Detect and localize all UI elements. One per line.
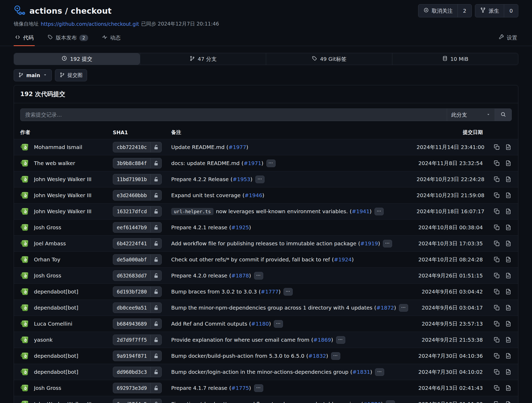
commit-pr-link[interactable]: #1925 [231,224,249,231]
commit-pr-link[interactable]: #1872 [376,305,394,311]
copy-sha-button[interactable] [493,288,500,295]
view-file-at-commit-button[interactable] [505,401,512,403]
commit-author[interactable]: John Wesley Walker III [34,401,92,403]
view-file-at-commit-button[interactable] [505,304,512,311]
commit-author[interactable]: dependabot[bot] [34,353,78,359]
commit-pr-link[interactable]: #1941 [352,208,370,215]
copy-sha-button[interactable] [493,240,500,247]
commit-sha-chip[interactable]: 692973e3d9 [113,383,162,393]
avatar[interactable] [20,303,30,312]
commit-more-button[interactable]: ··· [399,304,408,312]
view-file-at-commit-button[interactable] [505,369,512,375]
commit-more-button[interactable]: ··· [374,208,384,215]
view-file-at-commit-button[interactable] [505,272,512,279]
commit-author[interactable]: dependabot[bot] [34,369,78,375]
tab-code[interactable]: 代码 [14,32,35,46]
commit-author[interactable]: Josh Gross [34,224,61,231]
commit-message[interactable]: Add Ref and Commit outputs [171,321,247,327]
commit-search-input[interactable] [21,109,447,121]
commit-sha-chip[interactable]: 163217dfcd [113,206,162,217]
commit-sha-chip[interactable]: 11bd71901b [113,174,162,185]
commit-more-button[interactable]: ··· [274,320,283,328]
commit-sha-chip[interactable]: 6b42224f41 [113,238,162,249]
copy-sha-button[interactable] [493,320,500,327]
commit-more-button[interactable]: ··· [375,368,384,376]
commit-pr-link[interactable]: #1946 [245,192,262,198]
tab-settings[interactable]: 设置 [497,32,518,46]
fork-button[interactable]: 派生 0 [475,4,518,17]
avatar[interactable] [20,191,30,200]
commit-message[interactable]: Prepare 4.2.0 release [171,272,227,279]
commit-sha-chip[interactable]: 6ccd57f4c5 [113,399,162,403]
avatar[interactable] [20,143,30,152]
view-file-at-commit-button[interactable] [505,224,512,231]
commit-pr-link[interactable]: #1777 [261,288,278,295]
commit-message[interactable]: Pin actions/checkout's own workflows to … [171,401,359,403]
avatar[interactable] [20,271,30,280]
view-file-at-commit-button[interactable] [505,320,512,327]
commit-pr-link[interactable]: #1869 [313,337,331,343]
commit-author[interactable]: John Wesley Walker III [34,192,92,198]
tab-releases[interactable]: 版本发布 2 [46,32,89,46]
view-file-at-commit-button[interactable] [505,192,512,199]
stat-commits[interactable]: 192 提交 [14,53,140,65]
commit-more-button[interactable]: ··· [255,176,265,183]
commit-pr-link[interactable]: #1832 [308,353,326,359]
commit-author[interactable]: dependabot[bot] [34,288,78,295]
stat-branches[interactable]: 47 分支 [140,53,266,65]
commit-message[interactable]: Add workflow file for publishing release… [171,240,356,247]
branch-scope-select[interactable]: 此分支 [447,109,495,121]
copy-sha-button[interactable] [493,401,500,403]
commit-author[interactable]: Josh Gross [34,272,61,279]
commit-message[interactable]: Bump the minor-npm-dependencies group ac… [171,305,372,311]
copy-sha-button[interactable] [493,224,500,231]
avatar[interactable] [20,400,30,403]
commit-message[interactable]: now leverages well-known environment var… [216,208,348,215]
commit-message[interactable]: Prepare 4.1.7 release [171,385,227,391]
commit-message[interactable]: Bump braces from 3.0.2 to 3.0.3 [171,288,257,295]
commit-message[interactable]: Expand unit test coverage [171,192,241,198]
stat-size[interactable]: 10 MiB [392,53,518,65]
avatar[interactable] [20,351,30,360]
commit-sha-chip[interactable]: 9a9194f871 [113,351,162,361]
commit-message[interactable]: Provide explanation for where user email… [171,337,309,343]
view-file-at-commit-button[interactable] [505,352,512,359]
commit-sha-chip[interactable]: db0cee9a51 [113,302,162,313]
avatar[interactable] [20,175,30,184]
commit-author[interactable]: The web walker [34,160,75,166]
commit-author[interactable]: Josh Gross [34,385,61,391]
view-file-at-commit-button[interactable] [505,240,512,247]
commit-pr-link[interactable]: #1971 [244,160,261,166]
copy-sha-button[interactable] [493,176,500,183]
stat-tags[interactable]: 49 Git标签 [266,53,392,65]
commit-pr-link[interactable]: #1977 [229,144,246,150]
view-file-at-commit-button[interactable] [505,176,512,183]
commit-sha-chip[interactable]: cbb722410c [113,142,162,152]
avatar[interactable] [20,255,30,264]
commit-message[interactable]: Check out other refs/* by commit if prov… [171,256,330,263]
commit-sha-chip[interactable]: b684943689 [113,319,162,329]
avatar[interactable] [20,319,30,328]
commit-message[interactable]: Prepare 4.2.2 Release [171,176,229,182]
commit-more-button[interactable]: ··· [254,384,263,392]
copy-sha-button[interactable] [493,160,500,167]
view-file-at-commit-button[interactable] [505,256,512,263]
avatar[interactable] [20,159,30,168]
copy-sha-button[interactable] [493,208,500,215]
commit-sha-chip[interactable]: eef61447b9 [113,222,162,233]
commit-author[interactable]: John Wesley Walker III [34,176,92,182]
copy-sha-button[interactable] [493,385,500,391]
search-button[interactable] [495,109,511,121]
view-file-at-commit-button[interactable] [505,144,512,151]
commit-author[interactable]: Mohammad Ismail [34,144,82,150]
commit-pr-link[interactable]: #1775 [231,385,249,391]
commit-author[interactable]: Orhan Toy [34,256,60,263]
commit-more-button[interactable]: ··· [331,352,340,360]
commit-pr-link[interactable]: #1924 [334,256,352,263]
commit-message[interactable]: Prepare 4.2.1 release [171,224,227,231]
commit-pr-link[interactable]: #1878 [231,272,249,279]
commit-sha-chip[interactable]: e3d2460bbb [113,190,162,201]
avatar[interactable] [20,384,30,392]
watchers-count[interactable]: 2 [458,4,472,17]
commit-message[interactable]: Update README.md [171,144,225,150]
